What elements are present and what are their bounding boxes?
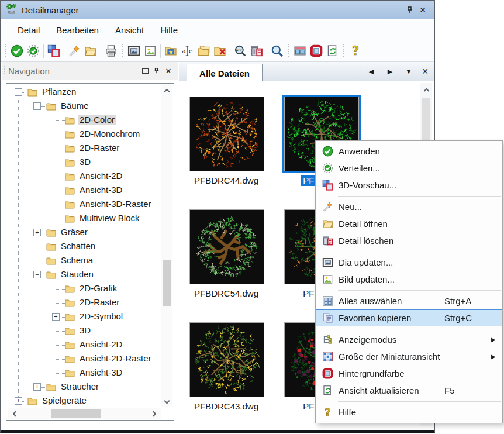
scroll-left-icon[interactable] xyxy=(11,408,19,419)
menubar-item-detail[interactable]: Detail xyxy=(9,22,48,38)
collapse-icon[interactable]: − xyxy=(33,102,41,110)
tree-item-label[interactable]: 2D-Color xyxy=(78,115,116,125)
tree-item-label[interactable]: Ansicht-3D xyxy=(78,367,124,377)
tree-item-2d-raster[interactable]: 2D-Raster xyxy=(8,296,160,310)
thumbnail-pfbdrc54-dwg[interactable] xyxy=(189,209,264,284)
menu-item-detail-löschen[interactable]: Detail löschen xyxy=(316,232,502,249)
scroll-right-icon[interactable] xyxy=(149,408,157,419)
tree-item-label[interactable]: Schatten xyxy=(59,241,97,251)
tree-item-label[interactable]: Ansicht-3D xyxy=(78,185,124,195)
menubar-item-ansicht[interactable]: Ansicht xyxy=(107,22,152,38)
tab-close-icon[interactable]: ✕ xyxy=(418,66,432,77)
tree-item-2d-raster[interactable]: 2D-Raster xyxy=(8,142,160,156)
scrollbar-thumb[interactable] xyxy=(163,260,171,306)
menu-item-detail-öffnen[interactable]: Detail öffnen xyxy=(316,215,502,232)
tree-item-label[interactable]: Bäume xyxy=(59,101,91,111)
thumbnail-pfbdrc44-dwg[interactable] xyxy=(189,97,264,171)
tab-alle-dateien[interactable]: Alle Dateien xyxy=(187,64,263,82)
menu-item-anwenden[interactable]: Anwenden xyxy=(316,143,502,160)
preview-3d-icon[interactable] xyxy=(46,43,62,59)
tree-item-2d-symbol[interactable]: +2D-Symbol xyxy=(8,310,160,324)
tab-next-icon[interactable]: ▶ xyxy=(383,66,397,77)
tree-item-3d[interactable]: 3D xyxy=(8,156,160,170)
help-icon[interactable]: ? xyxy=(347,43,364,59)
tree-item-label[interactable]: 2D-Grafik xyxy=(78,283,119,293)
collapse-icon[interactable]: − xyxy=(15,88,22,96)
tree-item-label[interactable]: 2D-Symbol xyxy=(78,311,125,321)
tree-item-2d-monochrom[interactable]: 2D-Monochrom xyxy=(8,128,160,142)
scroll-down-icon[interactable] xyxy=(161,397,172,405)
tree-item-pflanzen[interactable]: −Pflanzen xyxy=(8,85,160,99)
tab-menu-icon[interactable]: ▼ xyxy=(402,66,416,77)
open-detail-icon[interactable] xyxy=(82,43,99,59)
print-icon[interactable] xyxy=(103,43,119,59)
thumbnail-pfbdrc43-dwg[interactable] xyxy=(189,322,264,397)
tree-item-label[interactable]: Ansicht-2D xyxy=(78,339,124,349)
thumbnail-filename[interactable]: PFBDRC44.dwg xyxy=(179,175,273,186)
tree-horizontal-scrollbar[interactable] xyxy=(8,408,161,419)
scrollbar-thumb[interactable] xyxy=(51,409,101,418)
expand-icon[interactable]: + xyxy=(33,383,41,391)
float-window-icon[interactable] xyxy=(139,66,151,76)
menu-item-größe-der-miniaturansicht[interactable]: Größe der Miniaturansicht▶ xyxy=(316,348,502,365)
search-text-icon[interactable]: ABC xyxy=(232,43,248,59)
close-icon[interactable]: ✕ xyxy=(416,4,429,16)
tree-item-schema[interactable]: Schema xyxy=(8,254,160,268)
menu-item-neu[interactable]: Neu... xyxy=(316,198,502,215)
menu-item-bild-updaten[interactable]: Bild updaten... xyxy=(316,271,502,288)
tree-item-label[interactable]: Ansicht-3D-Raster xyxy=(78,199,153,209)
expand-icon[interactable]: + xyxy=(52,313,60,321)
menu-item-hintergrundfarbe[interactable]: Hintergrundfarbe xyxy=(316,365,502,382)
menubar-item-bearbeiten[interactable]: Bearbeiten xyxy=(48,22,107,38)
tree-item-label[interactable]: 2D-Raster xyxy=(78,297,121,307)
tree-item-schatten[interactable]: Schatten xyxy=(8,240,160,254)
menu-item-dia-updaten[interactable]: Dia updaten... xyxy=(316,254,502,271)
thumbnail-filename[interactable]: PFBDRC43.dwg xyxy=(179,401,273,412)
favorites-folder-icon[interactable] xyxy=(163,43,179,59)
tree-item-label[interactable]: Ansicht-2D-Raster xyxy=(78,353,153,363)
pin-icon[interactable] xyxy=(403,4,416,16)
tree-item-label[interactable]: Sträucher xyxy=(59,381,101,391)
tree-item-label[interactable]: Stauden xyxy=(59,269,95,279)
tree-item-ansicht-2d[interactable]: Ansicht-2D xyxy=(8,338,160,352)
thumbnail-image[interactable] xyxy=(189,97,264,171)
tree-item-3d[interactable]: 3D xyxy=(8,324,160,338)
menubar-item-hilfe[interactable]: Hilfe xyxy=(152,22,186,38)
tree-item-label[interactable]: Schema xyxy=(59,255,95,265)
collapse-icon[interactable]: − xyxy=(33,271,41,278)
dia-update-icon[interactable] xyxy=(126,43,142,59)
delete-folder-icon[interactable] xyxy=(212,43,228,59)
tree-item-label[interactable]: Spielgeräte xyxy=(40,395,88,405)
scroll-up-icon[interactable] xyxy=(420,87,432,95)
tree-item-ansicht-2d-raster[interactable]: Ansicht-2D-Raster xyxy=(8,352,160,366)
delete-detail-icon[interactable] xyxy=(248,43,265,59)
menu-item-ansicht-aktualisieren[interactable]: Ansicht aktualisierenF5 xyxy=(316,382,502,399)
titlebar[interactable]: Detailmanager ✕ xyxy=(1,1,434,19)
tree-item-stauden[interactable]: −Stauden xyxy=(8,268,160,282)
tree-vertical-scrollbar[interactable] xyxy=(161,85,172,407)
rename-icon[interactable]: ae xyxy=(179,43,195,59)
tree-item-label[interactable]: Ansicht-2D xyxy=(78,171,124,181)
tree-item-label[interactable]: 2D-Raster xyxy=(78,143,121,153)
tree-item-ansicht-3d[interactable]: Ansicht-3D xyxy=(8,184,160,198)
tree-item-sträucher[interactable]: +Sträucher xyxy=(8,380,160,394)
apply-icon[interactable] xyxy=(9,43,25,59)
expand-icon[interactable]: + xyxy=(33,229,41,236)
thumbnail-image[interactable] xyxy=(189,322,264,397)
tree-item-2d-color[interactable]: 2D-Color xyxy=(8,113,160,128)
tree-item-label[interactable]: 3D xyxy=(78,157,92,167)
tree-item-spielgeräte[interactable]: +Spielgeräte xyxy=(8,394,160,407)
tree-item-ansicht-3d-raster[interactable]: Ansicht-3D-Raster xyxy=(8,198,160,212)
scroll-up-icon[interactable] xyxy=(161,87,172,95)
tree-item-label[interactable]: Pflanzen xyxy=(40,87,78,97)
tree-item-label[interactable]: Gräser xyxy=(59,227,89,237)
menu-item-favoriten-kopieren[interactable]: Favoriten kopierenStrg+C xyxy=(316,309,502,326)
zoom-icon[interactable] xyxy=(269,43,285,59)
background-color-icon[interactable] xyxy=(308,43,325,59)
tree-item-label[interactable]: Multiview Block xyxy=(78,213,141,223)
tree-item-bäume[interactable]: −Bäume xyxy=(8,99,160,113)
menu-item-verteilen[interactable]: Verteilen... xyxy=(316,160,502,177)
close-icon[interactable]: ✕ xyxy=(163,66,174,76)
tab-prev-icon[interactable]: ◀ xyxy=(364,66,378,77)
tree-item-gräser[interactable]: +Gräser xyxy=(8,226,160,240)
